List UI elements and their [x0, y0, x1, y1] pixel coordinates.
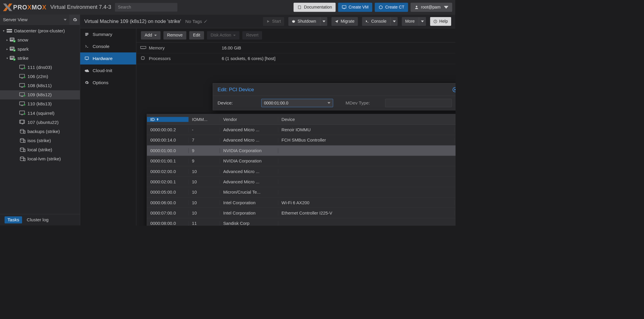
- cell-id: 0000:02:00.0: [147, 169, 188, 174]
- console-caret[interactable]: [391, 17, 398, 26]
- tree-item[interactable]: 109 (k8s12): [0, 90, 80, 99]
- tree-item[interactable]: isos (strike): [0, 136, 80, 145]
- edit-button[interactable]: Edit: [189, 31, 204, 39]
- tree-item[interactable]: 107 (ubuntu22): [0, 118, 80, 127]
- tree-node[interactable]: ▸ snow: [0, 35, 80, 44]
- col-mediated[interactable]: Medi...: [455, 117, 455, 122]
- grid-row[interactable]: 0000:05:00.0 10 Micron/Crucial Te... No: [147, 187, 455, 197]
- menu-hardware[interactable]: Hardware: [80, 52, 136, 64]
- grid-row[interactable]: 0000:02:00.0 10 Advanced Micro ... No: [147, 166, 455, 177]
- menu-console[interactable]: Console: [80, 40, 136, 52]
- grid-row[interactable]: 0000:00:00.2 - Advanced Micro ... Renoir…: [147, 124, 455, 135]
- device-select[interactable]: 0000:01:00.0: [261, 99, 333, 107]
- cell-iommu: 10: [189, 190, 220, 195]
- tree-item[interactable]: local (strike): [0, 145, 80, 154]
- tree-item[interactable]: 114 (squirrel): [0, 109, 80, 118]
- vm-icon: [19, 65, 26, 70]
- grid-row[interactable]: 0000:08:00.0 11 Sandisk Corp No: [147, 218, 455, 226]
- tree-node[interactable]: ▸ spark: [0, 44, 80, 54]
- cell-device: Renoir IOMMU: [278, 127, 455, 132]
- tree-node[interactable]: ▾ strike: [0, 54, 80, 63]
- svg-rect-53: [85, 35, 87, 36]
- cell-med: No: [455, 200, 455, 205]
- menu-label: Cloud-Init: [93, 68, 112, 73]
- grid-row[interactable]: 0000:00:14.0 7 Advanced Micro ... FCH SM…: [147, 135, 455, 145]
- col-iommu[interactable]: IOMM...: [189, 117, 220, 122]
- tree-label: 107 (ubuntu22): [27, 120, 59, 125]
- pci-edit-dialog: Edit: PCI Device Device: 0000:01:00.0 MD…: [213, 83, 456, 110]
- svg-rect-40: [22, 124, 24, 124]
- console-button[interactable]: Console: [362, 17, 398, 26]
- svg-text:?: ?: [435, 20, 436, 23]
- col-device[interactable]: Device: [278, 117, 455, 122]
- svg-rect-59: [143, 48, 143, 49]
- menu-summary[interactable]: Summary: [80, 28, 136, 40]
- tree-item[interactable]: backups (strike): [0, 127, 80, 136]
- col-id[interactable]: ID: [147, 117, 188, 122]
- svg-rect-17: [10, 57, 14, 57]
- create-ct-label: Create CT: [385, 5, 404, 9]
- tree-item[interactable]: local-lvm (strike): [0, 154, 80, 164]
- cell-vendor: Intel Corporation: [220, 200, 278, 205]
- tree-label: backups (strike): [27, 129, 60, 134]
- tab-tasks[interactable]: Tasks: [5, 216, 22, 223]
- close-icon[interactable]: [452, 87, 455, 92]
- migrate-button[interactable]: Migrate: [332, 17, 358, 26]
- tree-item[interactable]: 108 (k8s11): [0, 81, 80, 90]
- grid-row[interactable]: 0000:06:00.0 10 Intel Corporation Wi-Fi …: [147, 197, 455, 208]
- cell-id: 0000:02:00.1: [147, 179, 188, 184]
- grid-row[interactable]: 0000:01:00.0 9 NVIDIA Corporation No: [147, 145, 455, 156]
- grid-row[interactable]: 0000:01:00.1 9 NVIDIA Corporation No: [147, 156, 455, 166]
- tree-item[interactable]: 110 (k8s13): [0, 99, 80, 109]
- hw-row-memory[interactable]: Memory 16.00 GiB: [136, 42, 455, 53]
- side-menu: Summary Console Hardware Cloud-Init Opti…: [80, 28, 136, 225]
- tree-label: isos (strike): [27, 138, 51, 143]
- cell-id: 0000:05:00.0: [147, 190, 188, 195]
- more-button[interactable]: More: [402, 17, 426, 26]
- dialog-title: Edit: PCI Device: [218, 87, 254, 92]
- tree-datacenter[interactable]: ▾ Datacenter (prox-cluster): [0, 26, 80, 35]
- cell-vendor: NVIDIA Corporation: [220, 148, 278, 153]
- add-button[interactable]: Add: [141, 31, 160, 39]
- user-label: root@pam: [421, 5, 441, 9]
- documentation-button[interactable]: Documentation: [294, 3, 336, 12]
- create-vm-button[interactable]: Create VM: [338, 3, 373, 12]
- node-icon: [10, 56, 16, 61]
- hw-value: 16.00 GiB: [222, 45, 241, 50]
- tree-item[interactable]: 106 (z2m): [0, 72, 80, 81]
- tree-label: 108 (k8s11): [27, 83, 52, 88]
- create-ct-button[interactable]: Create CT: [375, 3, 408, 12]
- hw-row-processors[interactable]: Processors 6 (1 sockets, 6 cores) [host]: [136, 53, 455, 64]
- cell-med: No: [455, 148, 455, 153]
- grid-row[interactable]: 0000:07:00.0 10 Intel Corporation Ethern…: [147, 208, 455, 218]
- svg-rect-13: [10, 47, 14, 48]
- mdev-select[interactable]: [385, 99, 452, 107]
- view-settings-button[interactable]: [69, 14, 80, 25]
- tab-cluster-log[interactable]: Cluster log: [27, 217, 49, 222]
- shutdown-caret[interactable]: [320, 17, 327, 26]
- help-label: Help: [439, 19, 448, 24]
- menu-options[interactable]: Options: [80, 77, 136, 89]
- more-caret[interactable]: [419, 17, 426, 26]
- search-input[interactable]: [115, 3, 177, 12]
- user-menu-button[interactable]: root@pam: [410, 3, 452, 12]
- ct-icon: [19, 120, 26, 125]
- cell-med: No: [455, 169, 455, 174]
- tree-label: spark: [17, 46, 29, 52]
- svg-rect-10: [10, 39, 14, 40]
- view-selector[interactable]: Server View: [0, 14, 69, 25]
- col-vendor[interactable]: Vendor: [220, 117, 278, 122]
- send-icon: [335, 19, 339, 23]
- help-button[interactable]: ? Help: [430, 17, 451, 26]
- tree-item[interactable]: 111 (dns03): [0, 63, 80, 72]
- menu-cloud-init[interactable]: Cloud-Init: [80, 64, 136, 77]
- remove-button[interactable]: Remove: [163, 31, 186, 39]
- cell-med: No: [455, 210, 455, 215]
- svg-rect-27: [21, 87, 23, 87]
- grid-row[interactable]: 0000:02:00.1 10 Advanced Micro ... No: [147, 177, 455, 187]
- st-icon: [19, 147, 26, 152]
- tree-label: local-lvm (strike): [27, 156, 61, 162]
- shutdown-button[interactable]: Shutdown: [288, 17, 327, 26]
- cell-device: Wi-Fi 6 AX200: [278, 200, 455, 205]
- no-tags[interactable]: No Tags: [185, 19, 207, 24]
